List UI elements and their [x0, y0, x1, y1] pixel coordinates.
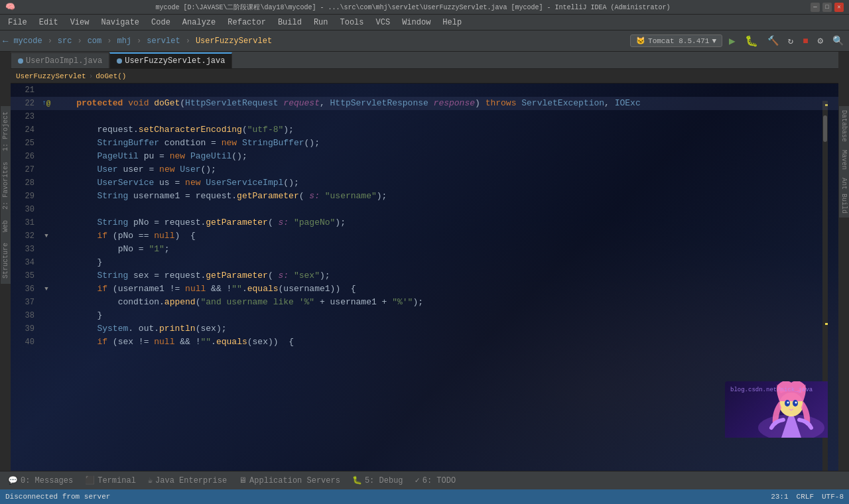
breadcrumb-mycode[interactable]: mycode — [11, 35, 44, 47]
menu-tools[interactable]: Tools — [335, 17, 369, 29]
code-line-38: 38 } — [11, 309, 838, 322]
code-line-21: 21 — [11, 84, 838, 97]
svg-point-5 — [795, 402, 797, 404]
refresh-icon[interactable]: ↻ — [785, 34, 796, 48]
line-number: 21 — [11, 84, 40, 97]
tab-bar: UserDaoImpl.java UserFuzzyServlet.java — [11, 52, 838, 69]
search-icon[interactable]: 🔍 — [830, 34, 846, 48]
code-line-28: 28 UserService us = new UserServiceImpl(… — [11, 176, 838, 190]
settings-icon[interactable]: ⚙ — [815, 34, 826, 48]
line-number: 29 — [11, 190, 40, 203]
breadcrumb-bar: UserFuzzyServlet › doGet() — [11, 69, 838, 84]
minimize-button[interactable]: — — [811, 3, 820, 12]
toolbar: ← mycode › src › com › mhj › servlet › U… — [0, 31, 849, 52]
back-icon[interactable]: ← — [3, 36, 8, 46]
tab-userdaoimpl[interactable]: UserDaoImpl.java — [11, 52, 109, 68]
breadcrumb-class[interactable]: UserFuzzyServlet — [193, 35, 275, 47]
tab-dot — [18, 58, 23, 64]
app-servers-icon: 🖥 — [239, 475, 247, 485]
line-code: request.setCharacterEncoding("utf-8"); — [53, 123, 838, 137]
line-code: PageUtil pu = new PageUtil(); — [53, 150, 838, 163]
breadcrumb-method-ref[interactable]: doGet() — [96, 72, 126, 80]
debug-icon: 🐛 — [352, 475, 362, 485]
java-enterprise-tab[interactable]: ☕ Java Enterprise — [143, 474, 232, 487]
menu-file[interactable]: File — [3, 17, 33, 29]
menu-edit[interactable]: Edit — [34, 17, 64, 29]
code-line-25: 25 StringBuffer condtion = new StringBuf… — [11, 137, 838, 150]
status-bar: Disconnected from server 23:1 CRLF UTF-8 — [0, 489, 849, 504]
anime-corner-decoration: blog.csdn.net/nick_java — [725, 381, 828, 438]
build-icon[interactable]: 🔨 — [765, 34, 781, 48]
right-panel: Database Maven Ant Build — [838, 106, 849, 218]
breadcrumb-src[interactable]: src — [55, 35, 75, 47]
menu-run[interactable]: Run — [308, 17, 334, 29]
project-panel-label[interactable]: 1: Project — [0, 106, 11, 157]
debug-tab[interactable]: 🐛 5: Debug — [347, 474, 409, 487]
menu-navigate[interactable]: Navigate — [96, 17, 145, 29]
menu-help[interactable]: Help — [437, 17, 467, 29]
debug-button[interactable]: 🐛 — [742, 33, 761, 49]
menu-analyze[interactable]: Analyze — [177, 17, 221, 29]
editor-wrapper: 1: Project 2: Favorites Web Structure Us… — [0, 52, 849, 471]
disconnected-status: Disconnected from server — [5, 493, 110, 501]
line-number: 33 — [11, 243, 40, 256]
line-code: condtion.append("and username like '%" +… — [53, 296, 838, 309]
code-line-32: 32 ▼ if (pNo == null) { — [11, 229, 838, 243]
messages-icon: 💬 — [8, 475, 18, 485]
code-line-36: 36 ▼ if (username1 != null && !"".equals… — [11, 283, 838, 296]
java-enterprise-label: Java Enterprise — [155, 476, 227, 485]
app-servers-label: Application Servers — [249, 476, 340, 485]
code-content: 21 22 ↑ @ protected void doGet(HttpServl… — [11, 84, 838, 349]
code-line-35: 35 String sex = request.getParameter( s:… — [11, 269, 838, 283]
menu-vcs[interactable]: VCS — [371, 17, 396, 29]
line-number: 31 — [11, 216, 40, 229]
fold-icon[interactable]: ▼ — [44, 229, 48, 243]
stop-icon[interactable]: ■ — [800, 34, 811, 48]
charset: UTF-8 — [822, 493, 844, 501]
breadcrumb-com[interactable]: com — [85, 35, 105, 47]
web-panel-label[interactable]: Web — [0, 215, 11, 237]
code-editor[interactable]: 21 22 ↑ @ protected void doGet(HttpServl… — [11, 84, 838, 471]
tab-label: UserFuzzyServlet.java — [125, 56, 225, 66]
run-button[interactable]: ▶ — [726, 33, 738, 49]
tab-userfuzzyservlet[interactable]: UserFuzzyServlet.java — [109, 52, 232, 68]
code-line-22: 22 ↑ @ protected void doGet(HttpServletR… — [11, 97, 838, 110]
line-code: String username1 = request.getParameter(… — [53, 190, 838, 203]
menu-view[interactable]: View — [65, 17, 95, 29]
breadcrumb-sep: › — [89, 72, 94, 80]
line-code: } — [53, 309, 838, 322]
menu-code[interactable]: Code — [146, 17, 176, 29]
menu-build[interactable]: Build — [273, 17, 307, 29]
favorites-panel-label[interactable]: 2: Favorites — [0, 157, 11, 215]
line-number: 23 — [11, 110, 40, 123]
ant-build-panel-label[interactable]: Ant Build — [838, 174, 849, 218]
maximize-button[interactable]: □ — [822, 3, 832, 12]
line-code: if (sex != null && !"".equals(sex)) { — [53, 336, 838, 349]
code-line-24: 24 request.setCharacterEncoding("utf-8")… — [11, 123, 838, 137]
close-button[interactable]: ✕ — [834, 3, 844, 12]
line-code: String sex = request.getParameter( s: "s… — [53, 269, 838, 283]
menu-bar: File Edit View Navigate Code Analyze Ref… — [0, 15, 849, 31]
line-gutter: ↑ @ — [40, 97, 53, 110]
maven-panel-label[interactable]: Maven — [838, 146, 849, 174]
line-gutter: ▼ — [40, 229, 53, 243]
menu-refactor[interactable]: Refactor — [222, 17, 271, 29]
line-number: 25 — [11, 137, 40, 150]
todo-tab[interactable]: ✓ 6: TODO — [410, 474, 462, 487]
terminal-tab[interactable]: ⬛ Terminal — [80, 474, 141, 487]
line-number: 32 — [11, 229, 40, 243]
menu-window[interactable]: Window — [397, 17, 436, 29]
breadcrumb-class-ref[interactable]: UserFuzzyServlet — [16, 72, 86, 80]
code-line-37: 37 condtion.append("and username like '%… — [11, 296, 838, 309]
database-panel-label[interactable]: Database — [838, 106, 849, 146]
fold-icon[interactable]: ▼ — [44, 283, 48, 296]
java-enterprise-icon: ☕ — [148, 475, 153, 485]
breadcrumb-servlet[interactable]: servlet — [144, 35, 182, 47]
breadcrumb-mhj[interactable]: mhj — [114, 35, 134, 47]
app-servers-tab[interactable]: 🖥 Application Servers — [233, 474, 346, 487]
structure-panel-label[interactable]: Structure — [0, 237, 11, 284]
line-number: 34 — [11, 256, 40, 269]
todo-icon: ✓ — [415, 475, 420, 485]
messages-tab[interactable]: 💬 0: Messages — [3, 474, 78, 487]
tomcat-selector[interactable]: 🐱 Tomcat 8.5.471 ▼ — [630, 34, 722, 47]
